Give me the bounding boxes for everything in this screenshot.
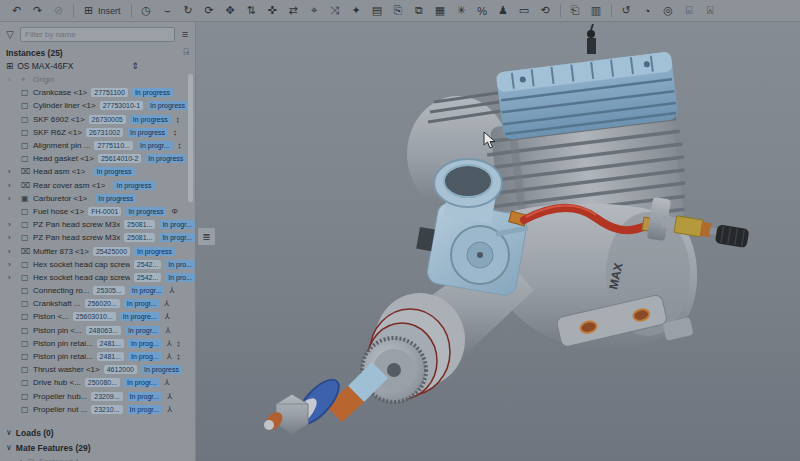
expand-chevron-icon[interactable]: › — [20, 457, 23, 461]
export-button[interactable]: ⍓ — [702, 2, 719, 20]
release-status-badge[interactable]: In progress — [132, 88, 173, 97]
restore-button[interactable]: ↺ — [618, 2, 635, 20]
filter-funnel-icon[interactable]: ▽ — [4, 29, 16, 40]
curve-button[interactable]: ✳ — [453, 2, 470, 20]
instance-row[interactable]: ▢Fuel hose <1>FH-0001In progressΦ — [0, 205, 195, 218]
expand-chevron-icon[interactable]: › — [8, 273, 21, 282]
expand-chevron-icon[interactable]: › — [8, 233, 21, 242]
rollback-button[interactable]: ⊘ — [50, 2, 67, 20]
release-status-badge[interactable]: In progress — [95, 194, 136, 203]
table-button[interactable]: ▦ — [432, 2, 449, 20]
mate-button[interactable]: ⌣ — [159, 2, 176, 20]
instance-row[interactable]: ▢SKF 6902 <1>26730005In progress↨ — [0, 113, 195, 126]
instance-row[interactable]: ▢Piston pin retai...2481...In prog...⅄↨ — [0, 350, 195, 363]
release-status-badge[interactable]: In progress — [127, 128, 168, 137]
sheet-button[interactable]: ▥ — [588, 2, 605, 20]
instance-row[interactable]: ▢Alignment pin ...2775110...In progr...↨ — [0, 139, 195, 152]
instance-row[interactable]: ▢Piston pin <...248063...In progr...⅄ — [0, 324, 195, 337]
section-view-button[interactable]: ◎ — [660, 2, 677, 20]
appearance-button[interactable]: ◔ — [639, 2, 656, 20]
release-status-badge[interactable]: In progre... — [120, 312, 160, 321]
rotate-tool-button[interactable]: ⇅ — [243, 2, 260, 20]
release-status-badge[interactable]: In progr... — [127, 405, 163, 414]
release-status-badge[interactable]: In progress — [130, 115, 171, 124]
instance-row[interactable]: ›▣Carburetor <1>In progress — [0, 192, 195, 205]
release-status-badge[interactable]: In progr... — [129, 286, 165, 295]
duplicate-button[interactable]: ⧉ — [411, 2, 428, 20]
revolute-button[interactable]: ⟳ — [201, 2, 218, 20]
expand-chevron-icon[interactable]: › — [8, 75, 21, 84]
move-button[interactable]: ✥ — [222, 2, 239, 20]
drawing-button[interactable]: ⎗ — [567, 2, 584, 20]
filter-input[interactable] — [20, 27, 175, 42]
pattern-button[interactable]: ✦ — [348, 2, 365, 20]
undo-button[interactable]: ↶ — [8, 2, 25, 20]
release-status-badge[interactable]: In progress — [134, 247, 175, 256]
history-button[interactable]: ◷ — [138, 2, 155, 20]
expand-chevron-icon[interactable]: › — [8, 167, 21, 176]
release-status-badge[interactable]: In progress — [141, 365, 182, 374]
measure-button[interactable]: % — [474, 2, 491, 20]
scrollbar-thumb[interactable] — [188, 74, 193, 202]
expand-chevron-icon[interactable]: › — [8, 194, 21, 203]
standard-content-button[interactable]: ⎘ — [390, 2, 407, 20]
instance-row[interactable]: ▢Connecting ro...25305...In progr...⅄ — [0, 284, 195, 297]
expand-chevron-icon[interactable]: › — [8, 260, 21, 269]
mannequin-button[interactable]: ♟ — [495, 2, 512, 20]
bom-button[interactable]: ⌻ — [681, 2, 698, 20]
instance-row[interactable]: ›▢Hex socket head cap screw M3x0...2542.… — [0, 258, 195, 271]
instance-row[interactable]: ▢Piston pin retai...2481...In prog...⅄↨ — [0, 337, 195, 350]
release-status-badge[interactable]: In progr... — [125, 326, 161, 335]
mate-features-section[interactable]: ∨ Mate Features (29) — [0, 441, 195, 455]
release-status-badge[interactable]: In progr... — [127, 392, 163, 401]
instance-row[interactable]: ›▢PZ Pan head screw M3x0.50 x ...25081..… — [0, 231, 195, 244]
instance-row[interactable]: ›⌧Muffler 873 <1>25425000In progress — [0, 244, 195, 257]
release-status-badge[interactable]: In progr... — [124, 299, 160, 308]
release-status-badge[interactable]: In progress — [93, 167, 134, 176]
model-viewport[interactable]: MAX — [196, 22, 800, 461]
instance-row[interactable]: ›▢Hex socket head cap screw M3x0...2542.… — [0, 271, 195, 284]
instance-row[interactable]: ›⌖Origin — [0, 73, 195, 86]
release-status-badge[interactable]: In progress — [147, 101, 188, 110]
release-status-badge[interactable]: In progress — [145, 154, 186, 163]
translate-button[interactable]: ✜ — [264, 2, 281, 20]
replicate-button[interactable]: ▤ — [369, 2, 386, 20]
release-status-badge[interactable]: In progr... — [124, 378, 160, 387]
expand-chevron-icon[interactable]: › — [8, 247, 21, 256]
mate-feature-row[interactable]: ›◻Fastened 1 — [0, 455, 195, 461]
redo-button[interactable]: ↷ — [29, 2, 46, 20]
release-status-badge[interactable]: In progress — [113, 181, 154, 190]
assembly-root-row[interactable]: ⊞ OS MAX-46FX ⇕ — [0, 59, 195, 73]
release-status-badge[interactable]: In progress — [125, 207, 166, 216]
instance-row[interactable]: ▢Propeller nut ...23210...In progr...⅄ — [0, 403, 195, 416]
insert-button[interactable]: ⊞Insert — [80, 2, 125, 20]
instance-row[interactable]: ▢Cylinder liner <1>27753010-1In progress — [0, 99, 195, 112]
instance-row[interactable]: ▢Crankshaft ...256020...In progr...⅄ — [0, 297, 195, 310]
named-position-button[interactable]: ⤨ — [327, 2, 344, 20]
list-options-icon[interactable]: ≡ — [179, 28, 191, 40]
instance-row[interactable]: ›▢PZ Pan head screw M3x0.50 x ...25081..… — [0, 218, 195, 231]
instance-row[interactable]: ›⌧Head asm <1>In progress — [0, 165, 195, 178]
loads-section[interactable]: ∨ Loads (0) — [0, 426, 195, 440]
sync-button[interactable]: ⟲ — [537, 2, 554, 20]
explode-button[interactable]: ⌖ — [306, 2, 323, 20]
instance-row[interactable]: ▢Drive hub <...250080...In progr...⅄ — [0, 376, 195, 389]
instance-row[interactable]: ▢SKF R6Z <1>26731002In progress↨ — [0, 126, 195, 139]
panel-drag-handle[interactable]: ≣ — [197, 227, 216, 246]
group-mate-button[interactable]: ↻ — [180, 2, 197, 20]
instance-row[interactable]: ▢Propeller hub...23209...In progr...⅄ — [0, 390, 195, 403]
release-status-badge[interactable]: In prog... — [128, 339, 162, 348]
display-states-button[interactable]: ▭ — [516, 2, 533, 20]
expand-chevron-icon[interactable]: › — [8, 181, 21, 190]
panel-scrollbar[interactable] — [188, 52, 193, 457]
instance-row[interactable]: ▢Thrust washer <1>4612000In progress — [0, 363, 195, 376]
instance-row[interactable]: ▢Crankcase <1>27751100In progress — [0, 86, 195, 99]
instance-row[interactable]: ▢Piston <...25603010...In progre...⅄ — [0, 310, 195, 323]
expand-chevron-icon[interactable]: › — [8, 220, 21, 229]
snap-mode-button[interactable]: ⇄ — [285, 2, 302, 20]
instance-row[interactable]: ▢Head gasket <1>25614010-2In progress — [0, 152, 195, 165]
release-status-badge[interactable]: In progr... — [137, 141, 173, 150]
expand-collapse-all-icon[interactable]: ⇕ — [131, 61, 139, 71]
release-status-badge[interactable]: In prog... — [128, 352, 162, 361]
instance-row[interactable]: ›⌧Rear cover asm <1>In progress — [0, 179, 195, 192]
